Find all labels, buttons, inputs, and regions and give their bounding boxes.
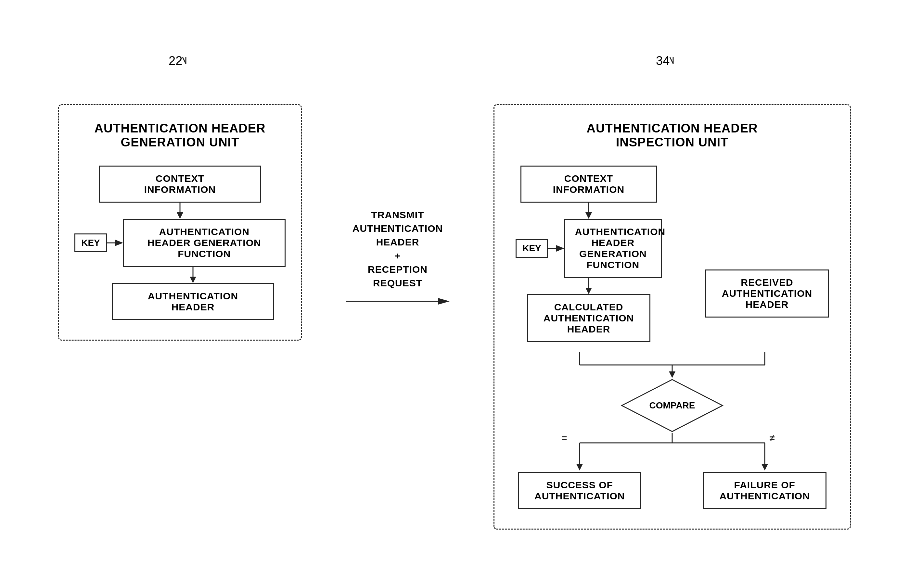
left-unit-tick bbox=[180, 57, 192, 70]
svg-marker-17 bbox=[586, 288, 592, 294]
svg-marker-7 bbox=[190, 277, 196, 283]
svg-marker-28 bbox=[576, 464, 583, 470]
transmit-text: TRANSMIT AUTHENTICATION HEADER + RECEPTI… bbox=[353, 208, 443, 290]
right-gen-function-box: AUTHENTICATION HEADER GENERATION FUNCTIO… bbox=[564, 219, 662, 278]
outcomes-row: SUCCESS OF AUTHENTICATION FAILURE OF AUT… bbox=[508, 472, 837, 509]
right-unit-box: AUTHENTICATION HEADER INSPECTION UNIT CO… bbox=[493, 104, 851, 530]
svg-marker-3 bbox=[177, 212, 183, 219]
left-context-info-box: CONTEXT INFORMATION bbox=[99, 166, 261, 203]
right-gen-function-label: AUTHENTICATION HEADER GENERATION FUNCTIO… bbox=[575, 226, 651, 270]
left-gen-function-label: AUTHENTICATION HEADER GENERATION FUNCTIO… bbox=[134, 226, 275, 259]
left-key-box: KEY bbox=[74, 233, 107, 252]
outcome-arrows: = ≠ bbox=[510, 433, 835, 472]
arrow-down-2 bbox=[188, 267, 198, 283]
right-key-label: KEY bbox=[522, 243, 541, 253]
svg-marker-9 bbox=[438, 298, 450, 305]
left-key-label: KEY bbox=[81, 237, 100, 248]
left-auth-header-box: AUTHENTICATION HEADER bbox=[112, 283, 274, 320]
svg-marker-5 bbox=[115, 240, 123, 246]
compare-section: COMPARE = ≠ bbox=[508, 352, 837, 509]
left-unit-title: AUTHENTICATION HEADER GENERATION UNIT bbox=[95, 121, 266, 149]
calculated-auth-header-box: CALCULATED AUTHENTICATION HEADER bbox=[527, 294, 650, 342]
right-received-column: RECEIVED AUTHENTICATION HEADER bbox=[697, 270, 837, 318]
compare-label: COMPARE bbox=[649, 400, 695, 411]
compare-diamond-container: COMPARE bbox=[620, 378, 724, 433]
failure-label: FAILURE OF AUTHENTICATION bbox=[714, 480, 816, 502]
right-arrow-down-2 bbox=[584, 278, 594, 294]
left-key-gen-row: KEY AUTHENTICATION HEADER GENERATION FUN… bbox=[72, 219, 288, 267]
svg-text:≠: ≠ bbox=[770, 433, 775, 443]
svg-marker-31 bbox=[762, 464, 768, 470]
calculated-auth-header-label: CALCULATED AUTHENTICATION HEADER bbox=[538, 302, 640, 335]
arrow-right-key bbox=[107, 238, 123, 248]
received-auth-header-label: RECEIVED AUTHENTICATION HEADER bbox=[716, 277, 818, 310]
received-auth-header-box: RECEIVED AUTHENTICATION HEADER bbox=[705, 270, 829, 318]
success-col: SUCCESS OF AUTHENTICATION bbox=[511, 472, 648, 509]
right-unit-tick bbox=[666, 57, 679, 70]
arrow-down-1 bbox=[175, 203, 185, 219]
right-gen-column: CONTEXT INFORMATION KEY bbox=[508, 166, 670, 342]
middle-section: TRANSMIT AUTHENTICATION HEADER + RECEPTI… bbox=[341, 208, 454, 306]
svg-marker-15 bbox=[556, 245, 564, 252]
left-gen-function-box: AUTHENTICATION HEADER GENERATION FUNCTIO… bbox=[123, 219, 286, 267]
right-key-box: KEY bbox=[516, 239, 548, 258]
left-context-info-label: CONTEXT INFORMATION bbox=[110, 173, 251, 195]
right-unit-title: AUTHENTICATION HEADER INSPECTION UNIT bbox=[587, 121, 758, 149]
right-arrow-down-1 bbox=[584, 203, 594, 219]
right-arrow-key bbox=[548, 244, 564, 253]
failure-box: FAILURE OF AUTHENTICATION bbox=[703, 472, 827, 509]
transmit-arrow bbox=[346, 296, 450, 306]
failure-col: FAILURE OF AUTHENTICATION bbox=[697, 472, 833, 509]
svg-text:=: = bbox=[562, 433, 567, 443]
success-box: SUCCESS OF AUTHENTICATION bbox=[518, 472, 641, 509]
svg-marker-23 bbox=[669, 372, 675, 378]
success-label: SUCCESS OF AUTHENTICATION bbox=[529, 480, 631, 502]
right-context-info-label: CONTEXT INFORMATION bbox=[531, 173, 646, 195]
left-auth-header-label: AUTHENTICATION HEADER bbox=[123, 291, 264, 313]
diagram-container: 22 AUTHENTICATION HEADER GENERATION UNIT… bbox=[32, 26, 877, 562]
svg-marker-13 bbox=[586, 212, 592, 219]
left-unit-box: AUTHENTICATION HEADER GENERATION UNIT CO… bbox=[58, 104, 302, 341]
converge-arrows bbox=[510, 352, 835, 378]
right-context-info-box: CONTEXT INFORMATION bbox=[521, 166, 657, 203]
right-key-gen-row: KEY AUTHENTICATION HEADER GENERATION FUN… bbox=[516, 219, 662, 278]
